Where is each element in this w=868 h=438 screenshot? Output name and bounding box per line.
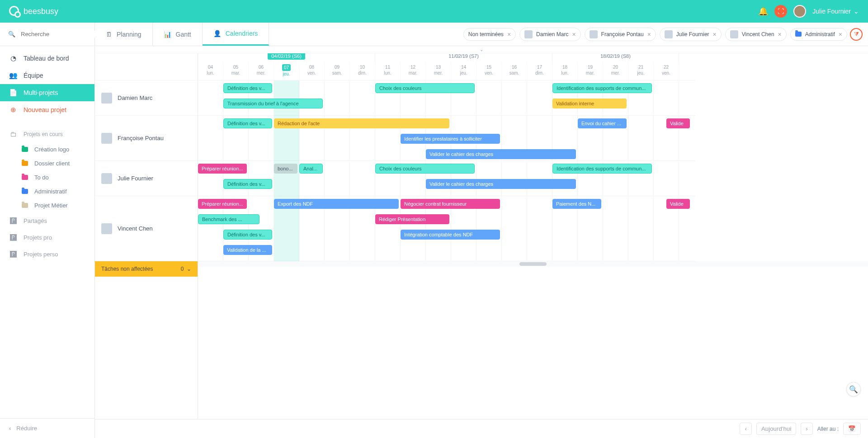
tab-gantt[interactable]: 📊Gantt — [153, 23, 203, 46]
folder-icon — [22, 175, 28, 180]
filter-status[interactable]: Non terminées× — [463, 28, 516, 41]
nav-multi-projects[interactable]: 📄Multi-projets — [0, 84, 94, 101]
task-bar[interactable]: Valide — [666, 118, 690, 128]
task-bar[interactable]: Définition des v... — [223, 83, 272, 93]
sidebar-collapse[interactable]: ‹Réduire — [0, 418, 94, 438]
folder-icon: 🗀 — [9, 130, 17, 138]
task-bar[interactable]: Rédiger Présentation — [375, 214, 449, 224]
avatar-icon — [730, 30, 738, 38]
avatar-icon — [590, 30, 598, 38]
task-row: Préparer réunion...Export des NDFNégocie… — [198, 196, 695, 261]
nav-new-project[interactable]: ⊕Nouveau projet — [0, 101, 94, 118]
sidebar-project[interactable]: Création logo — [13, 142, 94, 156]
avatar-icon — [665, 30, 673, 38]
nav-in-progress-header[interactable]: 🗀Projets en cours — [0, 126, 94, 142]
today-button[interactable]: Aujourd'hui — [756, 423, 796, 435]
task-bar[interactable]: Paiement des N... — [552, 199, 601, 209]
folder-icon — [22, 189, 28, 194]
date-picker-button[interactable]: 📅 — [843, 423, 861, 435]
prev-button[interactable]: ‹ — [740, 423, 751, 435]
avatar-icon — [524, 30, 533, 38]
task-bar[interactable]: Intégration comptable des NDF — [401, 230, 500, 240]
person-row[interactable]: Vincent Chen — [95, 196, 198, 261]
next-button[interactable]: › — [801, 423, 812, 435]
nav-shared[interactable]: 🅿Partagés — [0, 212, 94, 229]
tab-calendars[interactable]: 👤Calendriers — [203, 23, 269, 46]
tab-planning[interactable]: 🗓Planning — [95, 23, 153, 46]
close-icon[interactable]: × — [778, 31, 782, 38]
expand-filters[interactable]: ⌄ — [95, 46, 868, 53]
close-icon[interactable]: × — [713, 31, 717, 38]
task-bar[interactable]: Définition des v... — [223, 118, 272, 128]
calendar-icon: 🗓 — [106, 31, 112, 38]
horizontal-scrollbar[interactable] — [198, 261, 868, 267]
avatar-icon — [101, 173, 112, 184]
topbar: beesbusy 🔔 ⛶ Julie Fournier ⌄ — [0, 0, 868, 23]
filter-person[interactable]: Damien Marc× — [519, 28, 581, 41]
filter-person[interactable]: Vincent Chen× — [725, 28, 787, 41]
search-icon: 🔍 — [8, 31, 15, 38]
sidebar-project[interactable]: To do — [13, 170, 94, 184]
sidebar-project[interactable]: Dossier client — [13, 156, 94, 170]
nav-team[interactable]: 👥Équipe — [0, 67, 94, 84]
filter-person[interactable]: Françoise Pontau× — [585, 28, 656, 41]
brand-name: beesbusy — [24, 7, 58, 16]
task-bar[interactable]: Définition des v... — [223, 230, 272, 240]
logo[interactable]: beesbusy — [9, 6, 58, 17]
user-menu[interactable]: Julie Fournier ⌄ — [812, 8, 859, 15]
unassigned-row[interactable]: Tâches non affectées 0 ⌄ — [95, 261, 198, 277]
task-bar[interactable]: Négocier contrat fournisseur — [401, 199, 500, 209]
task-bar[interactable]: Anal... — [299, 164, 323, 174]
task-bar[interactable]: Valider le cahier des charges — [426, 179, 576, 189]
task-bar[interactable]: Valider le cahier des charges — [426, 149, 576, 159]
task-bar[interactable]: Benchmark des ... — [198, 214, 259, 224]
close-icon[interactable]: × — [839, 31, 842, 38]
nav-dashboard[interactable]: ◔Tableau de bord — [0, 50, 94, 67]
p-badge-icon: 🅿 — [9, 217, 17, 225]
task-bar[interactable]: Identification des supports de commun... — [552, 83, 652, 93]
nav-pro[interactable]: 🅿Projets pro — [0, 229, 94, 246]
sidebar-project[interactable]: Projet Métier — [13, 198, 94, 212]
funnel-icon: ⧩ — [854, 31, 859, 38]
person-icon: 👤 — [213, 30, 221, 37]
zoom-button[interactable]: 🔍 — [846, 382, 861, 396]
toolbar: 🗓Planning 📊Gantt 👤Calendriers Non termin… — [95, 23, 868, 46]
filter-project[interactable]: Administratif× — [790, 28, 847, 41]
avatar-icon — [101, 133, 112, 144]
folder-icon — [22, 147, 28, 152]
user-avatar[interactable] — [793, 5, 806, 18]
task-bar[interactable]: Identification des supports de commun... — [552, 164, 652, 174]
search-box[interactable]: 🔍 — [0, 23, 94, 46]
task-bar[interactable]: Envoi du cahier ... — [578, 118, 627, 128]
task-bar[interactable]: Validation interne — [552, 99, 627, 108]
task-bar[interactable]: Choix des couleurs — [375, 83, 475, 93]
task-bar[interactable]: Identifier les prestataires à solliciter — [401, 134, 500, 144]
plus-icon: ⊕ — [9, 106, 17, 114]
person-row[interactable]: Damien Marc — [95, 80, 198, 116]
search-input[interactable] — [21, 31, 97, 38]
task-bar[interactable]: Validation de la ... — [223, 245, 272, 255]
close-icon[interactable]: × — [647, 31, 651, 38]
folder-icon — [22, 203, 28, 208]
task-bar[interactable]: Préparer réunion... — [198, 164, 247, 174]
task-bar[interactable]: Valide — [666, 199, 690, 209]
close-icon[interactable]: × — [572, 31, 576, 38]
task-bar[interactable]: Préparer réunion... — [198, 199, 247, 209]
person-row[interactable]: Françoise Pontau — [95, 116, 198, 161]
task-bar[interactable]: Rédaction de l'acte — [274, 118, 449, 128]
task-bar[interactable]: Export des NDF — [274, 199, 399, 209]
person-row[interactable]: Julie Fournier — [95, 161, 198, 196]
task-bar[interactable]: Choix des couleurs — [375, 164, 475, 174]
pie-icon: ◔ — [9, 54, 17, 62]
filter-person[interactable]: Julie Fournier× — [660, 28, 722, 41]
close-icon[interactable]: × — [507, 31, 511, 38]
task-row: Définition des v...Rédaction de l'acteEn… — [198, 116, 695, 161]
sidebar-project[interactable]: Administratif — [13, 184, 94, 198]
task-bar[interactable]: Définition des v... — [223, 179, 272, 189]
nav-perso[interactable]: 🅿Projets perso — [0, 246, 94, 263]
filter-button[interactable]: ⧩ — [850, 28, 863, 41]
task-bar[interactable]: Transmission du brief à l'agence — [223, 99, 323, 108]
task-bar[interactable]: bono... — [274, 164, 297, 174]
notifications-icon[interactable]: 🔔 — [758, 6, 768, 16]
fullscreen-button[interactable]: ⛶ — [774, 5, 787, 18]
